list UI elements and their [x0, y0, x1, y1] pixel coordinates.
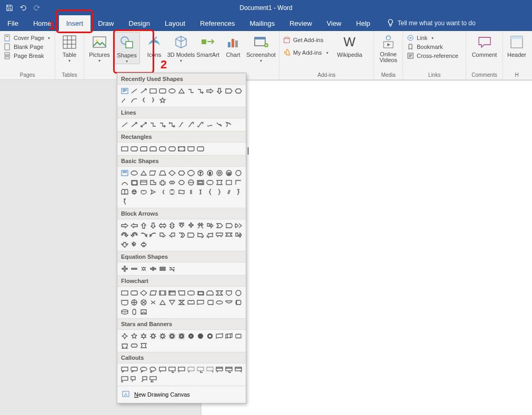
shape-item[interactable]: [215, 178, 224, 187]
shape-item[interactable]: [148, 331, 158, 341]
shape-item[interactable]: [177, 221, 186, 230]
shape-item[interactable]: [129, 178, 139, 187]
shape-item[interactable]: [196, 298, 205, 307]
shapes-button[interactable]: Shapes ▾: [114, 32, 140, 64]
shape-item[interactable]: [177, 178, 186, 187]
shape-item[interactable]: [139, 240, 148, 249]
shape-item[interactable]: [120, 341, 129, 350]
shape-item[interactable]: [205, 178, 215, 187]
screenshot-button[interactable]: Screenshot ▾: [245, 32, 277, 63]
online-videos-button[interactable]: Online Videos: [376, 32, 400, 63]
pictures-button[interactable]: Pictures ▾: [86, 32, 113, 63]
shape-item[interactable]: [224, 187, 234, 197]
shape-item[interactable]: [234, 288, 243, 298]
right-arrow-shape[interactable]: [205, 86, 215, 96]
shape-item[interactable]: [129, 288, 139, 298]
shape-item[interactable]: [139, 120, 148, 129]
curve-shape[interactable]: [120, 96, 129, 105]
shape-item[interactable]: [215, 230, 224, 240]
link-button[interactable]: Link▾: [407, 34, 458, 42]
shape-item[interactable]: [167, 230, 177, 240]
shape-item[interactable]: [205, 298, 215, 307]
redo-icon[interactable]: [33, 4, 41, 12]
shape-item[interactable]: [148, 264, 158, 274]
shape-item[interactable]: [196, 221, 205, 230]
shape-item[interactable]: [186, 298, 196, 307]
elbow-arrow-shape[interactable]: [196, 86, 205, 96]
shape-item[interactable]: [186, 331, 196, 341]
shape-item[interactable]: [177, 120, 186, 129]
oval-shape[interactable]: [167, 86, 177, 96]
tab-references[interactable]: References: [193, 15, 242, 31]
shape-item[interactable]: [186, 178, 196, 187]
shape-item[interactable]: [224, 298, 234, 307]
shape-item[interactable]: [120, 307, 129, 317]
shape-item[interactable]: [139, 144, 148, 154]
rounded-rectangle-shape[interactable]: [158, 86, 167, 96]
shape-item[interactable]: [234, 168, 243, 178]
shape-item[interactable]: [129, 230, 139, 240]
shape-item[interactable]: [158, 230, 167, 240]
shape-item[interactable]: [186, 288, 196, 298]
shape-item[interactable]: [167, 221, 177, 230]
shape-item[interactable]: [139, 221, 148, 230]
shape-item[interactable]: [158, 187, 167, 197]
shape-item[interactable]: [120, 365, 129, 374]
shape-item[interactable]: [205, 120, 215, 129]
shape-item[interactable]: [224, 365, 234, 374]
shape-item[interactable]: [129, 264, 139, 274]
shape-item[interactable]: [139, 341, 148, 350]
shape-item[interactable]: [177, 288, 186, 298]
shape-item[interactable]: [139, 331, 148, 341]
shape-item[interactable]: [129, 374, 139, 384]
shape-item[interactable]: [120, 187, 129, 197]
document-page[interactable]: [202, 81, 532, 415]
shape-item[interactable]: [215, 168, 224, 178]
shape-item[interactable]: [234, 178, 243, 187]
shape-item[interactable]: [158, 298, 167, 307]
tab-file[interactable]: File: [0, 15, 26, 31]
shape-item[interactable]: [177, 365, 186, 374]
line-arrow-shape[interactable]: [139, 86, 148, 96]
shape-item[interactable]: [158, 144, 167, 154]
shape-item[interactable]: [139, 178, 148, 187]
shape-item[interactable]: [148, 221, 158, 230]
shape-item[interactable]: [177, 144, 186, 154]
shape-item[interactable]: [139, 187, 148, 197]
new-drawing-canvas[interactable]: A New Drawing Canvas: [117, 386, 246, 403]
header-button[interactable]: Header: [505, 32, 528, 58]
shape-item[interactable]: [129, 298, 139, 307]
hexagon-shape[interactable]: [234, 86, 243, 96]
tab-design[interactable]: Design: [122, 15, 157, 31]
shape-item[interactable]: [158, 264, 167, 274]
line-shape[interactable]: [129, 86, 139, 96]
shape-item[interactable]: [167, 365, 177, 374]
shape-item[interactable]: 7: [196, 168, 205, 178]
tab-review[interactable]: Review: [282, 15, 319, 31]
shape-item[interactable]: [167, 288, 177, 298]
shape-item[interactable]: [120, 298, 129, 307]
shape-item[interactable]: [129, 365, 139, 374]
shape-item[interactable]: [139, 264, 148, 274]
shape-item[interactable]: [148, 168, 158, 178]
shape-item[interactable]: 12: [224, 168, 234, 178]
shape-item[interactable]: [224, 178, 234, 187]
shape-item[interactable]: [148, 365, 158, 374]
rectangle-shape[interactable]: [148, 86, 158, 96]
shape-item[interactable]: [129, 240, 139, 249]
shape-item[interactable]: [234, 298, 243, 307]
shape-item[interactable]: [234, 221, 243, 230]
shape-item[interactable]: [148, 230, 158, 240]
shape-item[interactable]: [129, 187, 139, 197]
shape-item[interactable]: [120, 168, 129, 178]
comment-button[interactable]: Comment: [469, 32, 500, 58]
shape-item[interactable]: [205, 365, 215, 374]
shape-item[interactable]: [177, 298, 186, 307]
shape-item[interactable]: [167, 144, 177, 154]
table-button[interactable]: Table ▾: [57, 32, 82, 63]
shape-item[interactable]: [196, 331, 205, 341]
shape-item[interactable]: [215, 331, 224, 341]
tell-me-search[interactable]: Tell me what you want to do: [386, 15, 476, 31]
tab-insert[interactable]: Insert: [59, 15, 91, 31]
shape-item[interactable]: [224, 288, 234, 298]
